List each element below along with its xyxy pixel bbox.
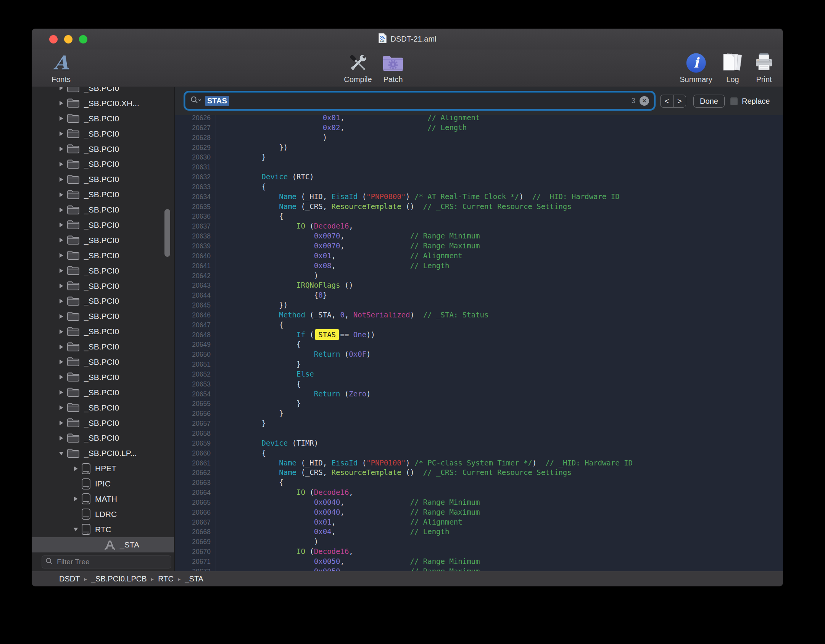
- tree-row-label: _SB.PCI0: [84, 236, 119, 245]
- line-number: 20639: [175, 242, 216, 251]
- tree-row--sb-pci0[interactable]: _SB.PCI0: [32, 415, 174, 431]
- tree-row--sb-pci0-xh-[interactable]: _SB.PCI0.XH...: [32, 96, 174, 111]
- tree-row-rtc[interactable]: RTC: [32, 522, 174, 537]
- compile-button[interactable]: Compile: [344, 51, 372, 84]
- search-input[interactable]: STAS 3 ✕: [185, 92, 654, 109]
- tree-row--sb-pci0[interactable]: _SB.PCI0: [32, 233, 174, 248]
- tree-row--sb-pci0[interactable]: _SB.PCI0: [32, 400, 174, 415]
- tree-row--sb-pci0[interactable]: _SB.PCI0: [32, 111, 174, 126]
- disclosure-right-icon[interactable]: [55, 283, 67, 289]
- disclosure-right-icon[interactable]: [55, 314, 67, 319]
- tree-row--sb-pci0[interactable]: _SB.PCI0: [32, 430, 174, 446]
- disclosure-right-icon[interactable]: [70, 496, 81, 502]
- tree-row-ipic[interactable]: IPIC: [32, 476, 174, 491]
- disclosure-right-icon[interactable]: [55, 177, 67, 182]
- tree-row--sb-pci0[interactable]: _SB.PCI0: [32, 187, 174, 202]
- folder-icon: [67, 311, 80, 322]
- disclosure-right-icon[interactable]: [55, 237, 67, 243]
- disclosure-right-icon[interactable]: [55, 116, 67, 121]
- tree-row--sb-pci0[interactable]: _SB.PCI0: [32, 263, 174, 279]
- log-pages-icon: [722, 51, 744, 75]
- find-next-button[interactable]: >: [673, 95, 686, 107]
- disclosure-right-icon[interactable]: [55, 146, 67, 152]
- fonts-button[interactable]: A Fonts: [52, 51, 71, 84]
- tree-row--sb-pci0[interactable]: _SB.PCI0: [32, 142, 174, 157]
- tree-row--sta[interactable]: _STA: [32, 537, 174, 552]
- disclosure-right-icon[interactable]: [55, 161, 67, 167]
- disclosure-right-icon[interactable]: [55, 192, 67, 198]
- tree-row--sb-pci0[interactable]: _SB.PCI0: [32, 217, 174, 233]
- disclosure-down-icon[interactable]: [70, 527, 81, 532]
- tree-row-label: _SB.PCI0: [84, 282, 119, 291]
- search-magnifier-icon[interactable]: [190, 95, 202, 106]
- line-number: 20653: [175, 380, 216, 390]
- disclosure-right-icon[interactable]: [55, 390, 67, 395]
- sidebar-tree[interactable]: _SB.PCI0_SB.PCI0.XH..._SB.PCI0_SB.PCI0_S…: [32, 87, 174, 554]
- tree-row--sb-pci0[interactable]: _SB.PCI0: [32, 324, 174, 339]
- tree-row-hpet[interactable]: HPET: [32, 461, 174, 476]
- disclosure-right-icon[interactable]: [55, 100, 67, 106]
- window-title: DSDT-21.aml: [390, 35, 436, 43]
- folder-icon: [67, 220, 80, 230]
- line-number: 20641: [175, 261, 216, 271]
- tree-row--sb-pci0[interactable]: _SB.PCI0: [32, 156, 174, 172]
- code-editor[interactable]: 20626 0x01, // Alignment20627 0x02, // L…: [175, 115, 783, 571]
- summary-button[interactable]: i Summary: [680, 51, 712, 84]
- done-button[interactable]: Done: [693, 95, 725, 108]
- tree-row--sb-pci0[interactable]: _SB.PCI0: [32, 339, 174, 354]
- disclosure-right-icon[interactable]: [55, 435, 67, 441]
- disclosure-down-icon[interactable]: [55, 451, 67, 456]
- title-bar[interactable]: AML DSDT-21.aml: [32, 29, 783, 50]
- tree-row--sb-pci0[interactable]: _SB.PCI0: [32, 172, 174, 187]
- zoom-button[interactable]: [79, 35, 87, 43]
- disclosure-right-icon[interactable]: [55, 207, 67, 213]
- disclosure-right-icon[interactable]: [55, 374, 67, 380]
- code-line: 20640 0x01, // Alignment: [175, 251, 783, 261]
- filter-magnifier-icon: [45, 557, 53, 567]
- tree-row--sb-pci0[interactable]: _SB.PCI0: [32, 309, 174, 324]
- folder-icon: [67, 113, 80, 124]
- disclosure-right-icon[interactable]: [55, 298, 67, 304]
- disclosure-right-icon[interactable]: [55, 222, 67, 228]
- tree-row--sb-pci0[interactable]: _SB.PCI0: [32, 87, 174, 96]
- find-previous-button[interactable]: <: [661, 95, 673, 107]
- line-number: 20663: [175, 478, 216, 488]
- disclosure-right-icon[interactable]: [55, 405, 67, 411]
- tree-row-math[interactable]: MATH: [32, 491, 174, 507]
- tree-row--sb-pci0[interactable]: _SB.PCI0: [32, 293, 174, 309]
- tree-row--sb-pci0[interactable]: _SB.PCI0: [32, 248, 174, 263]
- tree-row--sb-pci0[interactable]: _SB.PCI0: [32, 385, 174, 400]
- tree-row--sb-pci0-lp-[interactable]: _SB.PCI0.LP...: [32, 446, 174, 461]
- replace-checkbox[interactable]: [730, 97, 738, 105]
- filter-input[interactable]: [56, 557, 168, 567]
- disclosure-right-icon[interactable]: [55, 253, 67, 258]
- sidebar-scrollbar[interactable]: [164, 209, 170, 257]
- tree-row--sb-pci0[interactable]: _SB.PCI0: [32, 279, 174, 294]
- close-button[interactable]: [49, 35, 58, 43]
- disclosure-right-icon[interactable]: [55, 344, 67, 350]
- disclosure-right-icon[interactable]: [55, 329, 67, 335]
- clear-search-button[interactable]: ✕: [640, 96, 649, 106]
- tree-row--sb-pci0[interactable]: _SB.PCI0: [32, 126, 174, 142]
- disclosure-right-icon[interactable]: [55, 420, 67, 426]
- tree-row--sb-pci0[interactable]: _SB.PCI0: [32, 370, 174, 385]
- code-lines: 20626 0x01, // Alignment20627 0x02, // L…: [175, 115, 783, 571]
- breadcrumb-item-dsdt: DSDT: [59, 575, 80, 583]
- log-button[interactable]: Log: [722, 51, 744, 84]
- compile-tools-icon: [347, 51, 369, 75]
- minimize-button[interactable]: [64, 35, 73, 43]
- patch-button[interactable]: Patch: [382, 51, 404, 84]
- disclosure-right-icon[interactable]: [55, 268, 67, 274]
- tree-row--sb-pci0[interactable]: _SB.PCI0: [32, 354, 174, 370]
- tree-row-ldrc[interactable]: LDRC: [32, 507, 174, 522]
- breadcrumb-item-rtc: RTC: [158, 575, 174, 583]
- disclosure-right-icon[interactable]: [55, 359, 67, 365]
- disclosure-right-icon[interactable]: [70, 466, 81, 472]
- filter-field[interactable]: [42, 555, 171, 568]
- code-line: 20661 Name (_HID, EisaId ("PNP0100") /* …: [175, 458, 783, 468]
- disclosure-right-icon[interactable]: [55, 87, 67, 91]
- disclosure-right-icon[interactable]: [55, 131, 67, 137]
- tree-row--sb-pci0[interactable]: _SB.PCI0: [32, 202, 174, 217]
- tree-row-label: RTC: [95, 525, 111, 534]
- print-button[interactable]: Print: [753, 51, 775, 84]
